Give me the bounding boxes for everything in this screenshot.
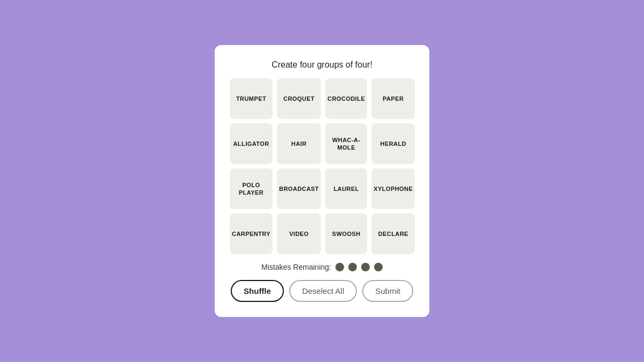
game-container: Create four groups of four! TRUMPETCROQU…: [215, 45, 429, 317]
tile-whac-a-mole[interactable]: WHAC-A-MOLE: [325, 123, 367, 164]
shuffle-button[interactable]: Shuffle: [231, 280, 284, 302]
tile-trumpet[interactable]: TRUMPET: [230, 78, 273, 119]
mistake-dot-3: [361, 263, 370, 271]
tile-broadcast[interactable]: BROADCAST: [277, 168, 321, 209]
tile-grid: TRUMPETCROQUETCROCODILEPAPERALLIGATORHAI…: [230, 78, 414, 254]
mistake-dot-1: [335, 263, 344, 271]
game-title: Create four groups of four!: [272, 60, 372, 70]
tile-crocodile[interactable]: CROCODILE: [325, 78, 367, 119]
tile-xylophone[interactable]: XYLOPHONE: [371, 168, 415, 209]
tile-laurel[interactable]: LAUREL: [325, 168, 367, 209]
tile-polo-player[interactable]: POLO PLAYER: [230, 168, 273, 209]
tile-swoosh[interactable]: SWOOSH: [325, 213, 367, 254]
tile-croquet[interactable]: CROQUET: [277, 78, 321, 119]
tile-declare[interactable]: DECLARE: [371, 213, 415, 254]
mistakes-label: Mistakes Remaining:: [261, 263, 331, 271]
tile-hair[interactable]: HAIR: [277, 123, 321, 164]
tile-carpentry[interactable]: CARPENTRY: [230, 213, 273, 254]
mistake-dot-2: [348, 263, 357, 271]
deselect-button[interactable]: Deselect All: [289, 280, 357, 302]
tile-paper[interactable]: PAPER: [371, 78, 415, 119]
tile-video[interactable]: VIDEO: [277, 213, 321, 254]
buttons-area: Shuffle Deselect All Submit: [231, 280, 413, 302]
tile-herald[interactable]: HERALD: [371, 123, 415, 164]
submit-button[interactable]: Submit: [362, 280, 413, 302]
tile-alligator[interactable]: ALLIGATOR: [230, 123, 273, 164]
mistake-dot-4: [374, 263, 383, 271]
mistakes-area: Mistakes Remaining:: [261, 263, 383, 271]
